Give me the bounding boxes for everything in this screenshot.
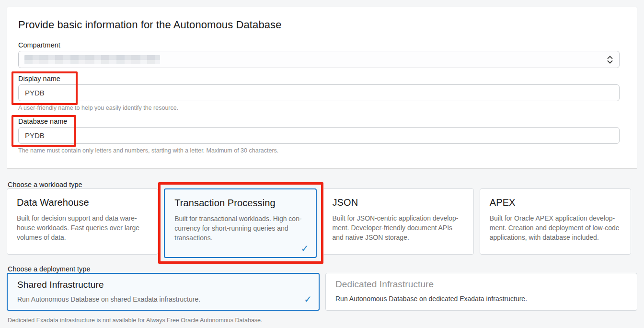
card-description: Built for Oracle APEX application develo… bbox=[490, 213, 622, 242]
database-name-label: Database name bbox=[18, 117, 67, 125]
select-chevron-icon bbox=[607, 55, 613, 64]
workload-card-data-warehouse[interactable]: Data Warehouse Built for decision suppor… bbox=[7, 188, 158, 255]
card-description: Run Autonomous Database on shared Exadat… bbox=[17, 294, 310, 304]
deployment-card-dedicated-infrastructure[interactable]: Dedicated Infrastructure Run Autonomous … bbox=[325, 273, 637, 311]
deployment-card-row: Shared Infrastructure Run Autonomous Dat… bbox=[7, 273, 637, 311]
workload-card-row: Data Warehouse Built for decision suppor… bbox=[7, 188, 631, 258]
compartment-label: Compartment bbox=[18, 41, 60, 49]
workload-card-apex[interactable]: APEX Built for Oracle APEX application d… bbox=[480, 188, 631, 255]
workload-card-json[interactable]: JSON Built for JSON-centric application … bbox=[322, 188, 474, 255]
display-name-label: Display name bbox=[18, 75, 60, 82]
dedicated-unavailable-note: Dedicated Exadata infrastructure is not … bbox=[8, 317, 263, 324]
check-icon: ✓ bbox=[304, 294, 312, 304]
compartment-select[interactable] bbox=[18, 51, 620, 68]
card-title: Shared Infrastructure bbox=[17, 280, 310, 290]
compartment-redacted-value bbox=[24, 55, 160, 64]
card-title: JSON bbox=[333, 197, 465, 208]
workload-type-label: Choose a workload type bbox=[8, 181, 82, 188]
deployment-card-shared-infrastructure[interactable]: Shared Infrastructure Run Autonomous Dat… bbox=[7, 273, 320, 311]
database-name-helper: The name must contain only letters and n… bbox=[18, 147, 278, 154]
card-description: Run Autonomous Database on dedicated Exa… bbox=[335, 294, 628, 304]
page-title: Provide basic information for the Autono… bbox=[18, 19, 282, 31]
deployment-type-label: Choose a deployment type bbox=[8, 265, 91, 273]
database-name-input[interactable] bbox=[18, 127, 620, 144]
basic-info-panel: Provide basic information for the Autono… bbox=[7, 7, 637, 169]
check-icon: ✓ bbox=[301, 244, 309, 253]
card-title: APEX bbox=[490, 197, 622, 208]
display-name-input[interactable] bbox=[18, 84, 620, 101]
card-title: Data Warehouse bbox=[17, 197, 149, 208]
workload-card-transaction-processing[interactable]: Transaction Processing Built for transac… bbox=[164, 188, 316, 258]
display-name-helper: A user-friendly name to help you easily … bbox=[18, 105, 178, 111]
card-description: Built for JSON-centric application devel… bbox=[333, 213, 465, 242]
card-description: Built for transactional workloads. High … bbox=[174, 214, 307, 243]
card-title: Dedicated Infrastructure bbox=[335, 279, 628, 290]
card-description: Built for decision support and data ware… bbox=[17, 213, 149, 242]
card-title: Transaction Processing bbox=[174, 198, 307, 209]
